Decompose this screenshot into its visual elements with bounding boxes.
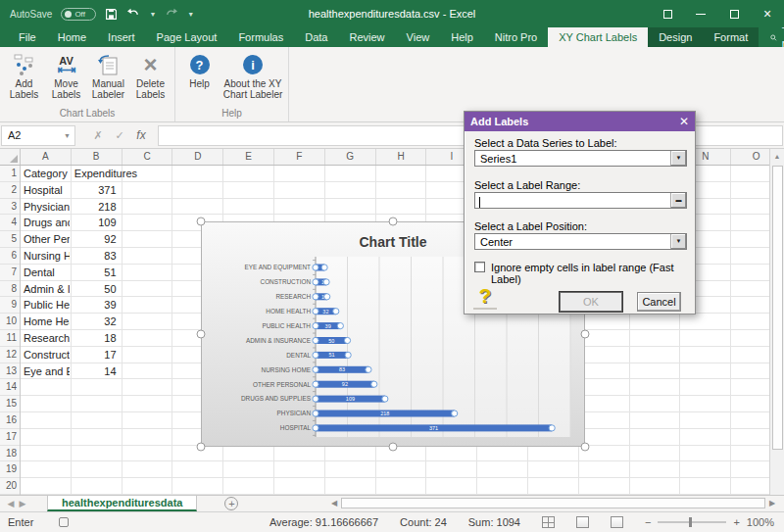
- new-sheet-icon[interactable]: +: [224, 497, 238, 510]
- cell-B9[interactable]: 39: [72, 297, 117, 313]
- tab-formulas[interactable]: Formulas: [227, 27, 294, 47]
- cell-A8[interactable]: Admin & I: [24, 281, 70, 297]
- confirm-entry-icon[interactable]: ✓: [109, 129, 130, 142]
- cell-B6[interactable]: 83: [72, 248, 117, 264]
- tab-design[interactable]: Design: [648, 27, 703, 47]
- zoom-in-icon[interactable]: +: [733, 516, 739, 528]
- autosave-toggle[interactable]: Off: [61, 8, 96, 21]
- page-layout-view-icon[interactable]: [576, 516, 589, 528]
- column-header-F[interactable]: F: [274, 149, 325, 165]
- column-header-H[interactable]: H: [376, 149, 427, 165]
- column-header-C[interactable]: C: [122, 149, 173, 165]
- series-combobox[interactable]: Series1 ▼: [474, 150, 687, 167]
- cell-A4[interactable]: Drugs and: [24, 215, 70, 230]
- chart-selection-handle[interactable]: [581, 443, 590, 452]
- row-header-2[interactable]: 2: [0, 182, 20, 199]
- row-header-4[interactable]: 4: [0, 215, 20, 231]
- chevron-down-icon[interactable]: ▼: [670, 234, 686, 249]
- fast-label-checkbox[interactable]: [474, 262, 485, 272]
- select-all-corner[interactable]: [0, 149, 21, 165]
- tab-format[interactable]: Format: [703, 27, 759, 47]
- tab-home[interactable]: Home: [47, 27, 97, 47]
- sheet-tab-active[interactable]: healthexpendituresdata: [47, 496, 197, 511]
- column-header-D[interactable]: D: [172, 149, 223, 165]
- tab-view[interactable]: View: [396, 27, 441, 47]
- name-box[interactable]: A2 ▼: [1, 125, 75, 146]
- row-header-19[interactable]: 19: [0, 461, 20, 478]
- cell-A13[interactable]: Eye and E: [24, 363, 70, 379]
- cell-B2[interactable]: 371: [72, 182, 117, 198]
- row-header-7[interactable]: 7: [0, 265, 20, 281]
- ok-button[interactable]: OK: [560, 292, 622, 312]
- tab-page-layout[interactable]: Page Layout: [146, 27, 228, 47]
- row-header-16[interactable]: 16: [0, 412, 20, 429]
- refedit-collapse-icon[interactable]: ▬: [670, 193, 686, 208]
- column-header-B[interactable]: B: [72, 149, 122, 165]
- cancel-entry-icon[interactable]: ✗: [87, 129, 109, 142]
- vertical-scroll-thumb[interactable]: [772, 166, 783, 450]
- cell-B8[interactable]: 50: [72, 281, 117, 297]
- ribbon-display-options-icon[interactable]: [651, 0, 684, 27]
- dialog-close-icon[interactable]: ✕: [679, 115, 689, 128]
- column-header-E[interactable]: E: [223, 149, 274, 165]
- delete-labels-button[interactable]: × Delete Labels: [129, 50, 172, 100]
- chart-selection-handle[interactable]: [581, 330, 590, 339]
- row-header-20[interactable]: 20: [0, 478, 20, 495]
- row-header-9[interactable]: 9: [0, 297, 20, 314]
- position-combobox[interactable]: Center ▼: [474, 233, 687, 250]
- dialog-help-icon[interactable]: ?: [473, 284, 497, 310]
- name-box-dropdown-icon[interactable]: ▼: [64, 132, 74, 139]
- column-header-A[interactable]: A: [21, 149, 72, 165]
- row-header-8[interactable]: 8: [0, 281, 20, 298]
- cancel-button[interactable]: Cancel: [637, 292, 681, 312]
- cell-A1[interactable]: Category: [24, 166, 70, 181]
- scroll-left-icon[interactable]: ◀: [327, 499, 341, 508]
- macro-record-icon[interactable]: [59, 517, 69, 527]
- tab-help[interactable]: Help: [440, 27, 484, 47]
- scroll-up-icon[interactable]: ▲: [770, 149, 784, 164]
- cell-A5[interactable]: Other Per: [24, 231, 70, 247]
- about-xy-chart-labeler-button[interactable]: i About the XY Chart Labeler: [220, 50, 285, 100]
- column-header-G[interactable]: G: [325, 149, 376, 165]
- cell-A7[interactable]: Dental: [24, 265, 70, 280]
- chart-selection-handle[interactable]: [389, 218, 398, 226]
- cell-A6[interactable]: Nursing H: [24, 248, 70, 264]
- insert-function-icon[interactable]: fx: [130, 128, 152, 142]
- row-header-1[interactable]: 1: [0, 166, 20, 182]
- cell-B5[interactable]: 92: [72, 231, 117, 247]
- row-header-5[interactable]: 5: [0, 231, 20, 248]
- tab-review[interactable]: Review: [338, 27, 395, 47]
- cell-A10[interactable]: Home Hea: [24, 314, 70, 329]
- cell-B13[interactable]: 14: [72, 363, 117, 379]
- cell-B3[interactable]: 218: [72, 199, 117, 215]
- row-header-15[interactable]: 15: [0, 396, 20, 412]
- cell-B7[interactable]: 51: [72, 265, 117, 280]
- chevron-down-icon[interactable]: ▼: [670, 151, 686, 166]
- cell-A11[interactable]: Research: [24, 330, 70, 346]
- vertical-scrollbar[interactable]: ▲: [769, 149, 784, 495]
- chart-selection-handle[interactable]: [197, 330, 206, 339]
- row-header-11[interactable]: 11: [0, 330, 20, 347]
- minimize-icon[interactable]: [684, 0, 717, 27]
- cell-B4[interactable]: 109: [72, 215, 117, 230]
- cell-A9[interactable]: Public Hea: [24, 297, 70, 313]
- row-header-3[interactable]: 3: [0, 199, 20, 216]
- zoom-out-icon[interactable]: −: [645, 516, 651, 528]
- horizontal-scrollbar[interactable]: ◀ ▶: [327, 496, 779, 510]
- close-icon[interactable]: ×: [751, 0, 784, 27]
- row-header-14[interactable]: 14: [0, 379, 20, 396]
- row-header-13[interactable]: 13: [0, 363, 20, 380]
- tab-insert[interactable]: Insert: [97, 27, 146, 47]
- tab-nitro-pro[interactable]: Nitro Pro: [484, 27, 548, 47]
- scroll-right-icon[interactable]: ▶: [765, 499, 779, 508]
- cell-A12[interactable]: Constructi: [24, 347, 70, 363]
- cell-B1[interactable]: Expenditures: [74, 166, 163, 181]
- row-header-10[interactable]: 10: [0, 314, 20, 330]
- label-range-input[interactable]: ▬: [474, 192, 687, 209]
- chart-selection-handle[interactable]: [197, 218, 206, 226]
- redo-icon[interactable]: [165, 8, 178, 20]
- horizontal-scroll-thumb[interactable]: [341, 498, 765, 508]
- chart-selection-handle[interactable]: [197, 443, 206, 452]
- help-button[interactable]: ? Help: [178, 50, 220, 89]
- cell-B12[interactable]: 17: [72, 347, 117, 363]
